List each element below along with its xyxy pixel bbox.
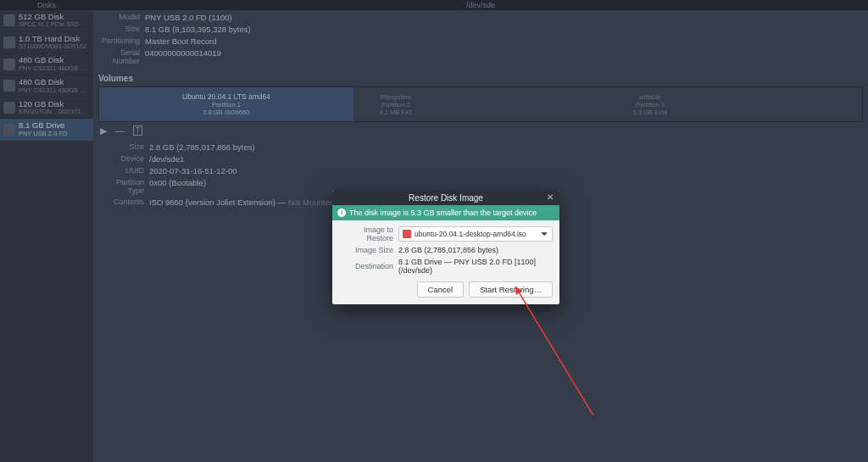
mount-button[interactable]: ▶ xyxy=(100,125,107,136)
device-name: 1.0 TB Hard Disk xyxy=(19,35,86,43)
label-model: Model xyxy=(98,13,145,22)
label-image-size: Image Size xyxy=(339,246,398,254)
close-icon[interactable]: ✕ xyxy=(544,192,556,203)
value-device: /dev/sde1 xyxy=(149,154,184,164)
label-uuid: UUID xyxy=(98,166,149,175)
info-icon: i xyxy=(337,209,346,217)
device-sub: PNY USB 2.0 FD xyxy=(19,131,67,137)
device-sub: PNY CS1311 480GB SSD xyxy=(19,65,90,72)
dialog-titlebar[interactable]: Restore Disk Image ✕ xyxy=(332,190,559,205)
value-uuid: 2020-07-31-16-51-12-00 xyxy=(149,166,237,175)
device-sub: ST1000DM003-1ER162 xyxy=(19,43,86,50)
label-destination: Destination xyxy=(339,262,398,270)
chevron-down-icon[interactable]: ⏷ xyxy=(540,230,548,238)
label-contents: Contents xyxy=(98,198,149,207)
volumes-heading: Volumes xyxy=(98,74,863,83)
value-partition-type: 0x00 (Bootable) xyxy=(149,178,206,195)
device-sub: SPCC M.2 PCIe SSD xyxy=(19,21,80,28)
sidebar-item-disk-4[interactable]: 120 GB Disk KINGSTON ...00S37120G xyxy=(0,97,93,120)
partition-label: Filesystem xyxy=(381,93,411,101)
device-name: 120 GB Disk xyxy=(19,100,90,109)
device-name: 512 GB Disk xyxy=(19,13,80,21)
partition-2[interactable]: Filesystem Partition 2 4.1 MB FAT xyxy=(353,87,438,121)
label-serial: Serial Number xyxy=(98,48,145,65)
window-title: /dev/sde xyxy=(93,1,868,9)
cancel-button[interactable]: Cancel xyxy=(417,281,465,298)
contents-fs: ISO 9660 (version Joliet Extension) — xyxy=(149,198,288,207)
partition-1[interactable]: Ubuntu 20.04.1 LTS amd64 Partition 1 2.8… xyxy=(99,87,353,121)
iso-file-icon xyxy=(403,230,411,238)
partition-sub: Partition 3 xyxy=(636,101,665,109)
value-image-size: 2.8 GB (2,785,017,856 bytes) xyxy=(398,246,553,254)
image-file-name: ubuntu-20.04.1-desktop-amd64.iso xyxy=(415,230,537,238)
partition-sub: Partition 1 xyxy=(212,101,241,109)
restore-disk-image-dialog: Restore Disk Image ✕ i The disk image is… xyxy=(332,190,559,304)
value-part-size: 2.8 GB (2,785,017,856 bytes) xyxy=(149,142,255,152)
dialog-title-text: Restore Disk Image xyxy=(409,193,483,203)
value-serial: 04000000000014019 xyxy=(145,48,221,65)
sidebar-item-disk-3[interactable]: 480 GB Disk PNY CS1311 480GB SSD xyxy=(0,75,93,97)
volumes-strip: Ubuntu 20.04.1 LTS amd64 Partition 1 2.8… xyxy=(98,86,863,122)
partition-options-button[interactable]: 🅃 xyxy=(133,125,142,136)
label-image-to-restore: Image to Restore xyxy=(339,225,398,242)
window-titlebar: Disks /dev/sde xyxy=(0,0,868,10)
value-partitioning: Master Boot Record xyxy=(145,36,216,46)
sidebar-item-disk-5[interactable]: 8.1 GB Drive PNY USB 2.0 FD xyxy=(0,119,93,141)
partition-fs: 4.1 MB FAT xyxy=(379,109,412,116)
value-contents: ISO 9660 (version Joliet Extension) — No… xyxy=(149,198,334,207)
value-model: PNY USB 2.0 FD (1100) xyxy=(145,13,232,22)
partition-label: writable xyxy=(639,93,661,101)
sidebar-item-disk-2[interactable]: 480 GB Disk PNY CS1311 480GB SSD xyxy=(0,53,93,75)
sidebar-item-disk-0[interactable]: 512 GB Disk SPCC M.2 PCIe SSD xyxy=(0,10,93,32)
partition-3[interactable]: writable Partition 3 5.3 GB Ext4 xyxy=(438,87,862,121)
partition-label: Ubuntu 20.04.1 LTS amd64 xyxy=(182,92,270,101)
value-size: 8.1 GB (8,103,395,328 bytes) xyxy=(145,25,251,34)
info-text: The disk image is 5.3 GB smaller than th… xyxy=(349,209,537,217)
harddisk-icon xyxy=(3,80,15,92)
label-partition-type: Partition Type xyxy=(98,178,149,195)
partition-fs: 2.8 GB ISO9660 xyxy=(203,109,249,116)
harddisk-icon xyxy=(3,102,15,114)
usb-drive-icon xyxy=(3,124,15,136)
label-partitioning: Partitioning xyxy=(98,36,145,46)
device-name: 8.1 GB Drive xyxy=(19,121,67,130)
harddisk-icon xyxy=(3,14,15,26)
device-sub: KINGSTON ...00S37120G xyxy=(19,109,90,115)
device-sidebar: 512 GB Disk SPCC M.2 PCIe SSD 1.0 TB Har… xyxy=(0,10,93,462)
contents-mount-state: Not Mounted xyxy=(288,198,334,207)
device-sub: PNY CS1311 480GB SSD xyxy=(19,87,90,94)
device-name: 480 GB Disk xyxy=(19,56,90,64)
partition-fs: 5.3 GB Ext4 xyxy=(633,109,667,116)
label-device: Device xyxy=(98,154,149,164)
harddisk-icon xyxy=(3,58,15,70)
volume-toolbar: ▶ — 🅃 xyxy=(98,122,863,140)
label-size: Size xyxy=(98,25,145,34)
partition-sub: Partition 2 xyxy=(381,101,410,109)
start-restoring-button[interactable]: Start Restoring… xyxy=(469,281,553,298)
value-destination: 8.1 GB Drive — PNY USB 2.0 FD [1100] (/d… xyxy=(398,258,553,275)
harddisk-icon xyxy=(3,36,15,48)
image-file-chooser[interactable]: ubuntu-20.04.1-desktop-amd64.iso ⏷ xyxy=(398,226,553,242)
device-name: 480 GB Disk xyxy=(19,78,90,86)
sidebar-item-disk-1[interactable]: 1.0 TB Hard Disk ST1000DM003-1ER162 xyxy=(0,32,93,54)
info-banner: i The disk image is 5.3 GB smaller than … xyxy=(332,205,559,220)
delete-partition-button[interactable]: — xyxy=(115,125,125,136)
label-part-size: Size xyxy=(98,142,149,152)
sidebar-title: Disks xyxy=(0,1,93,9)
